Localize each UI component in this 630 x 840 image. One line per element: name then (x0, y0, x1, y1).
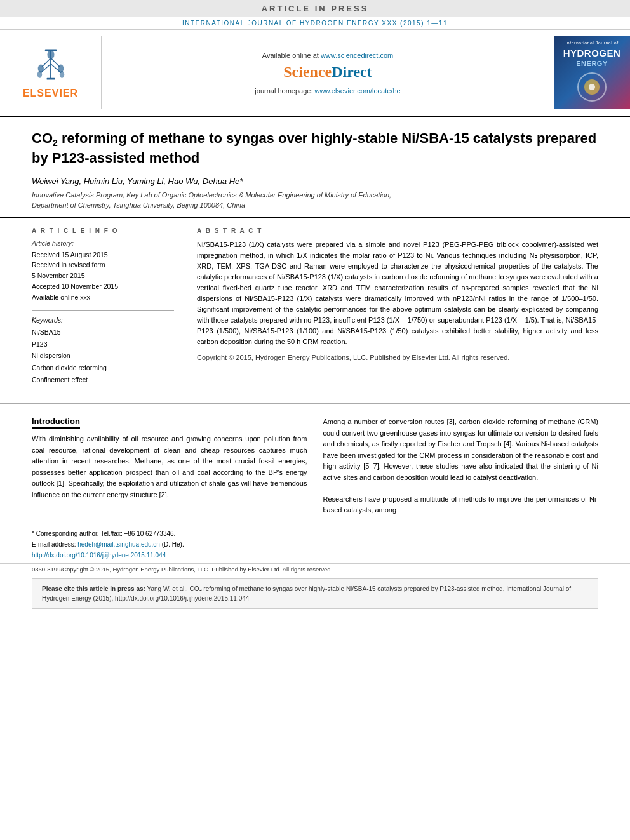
keywords-list: Ni/SBA15 P123 Ni dispersion Carbon dioxi… (32, 326, 174, 386)
revised-date: 5 November 2015 (32, 270, 174, 281)
elsevier-logo-area: ELSEVIER (0, 36, 102, 109)
article-history-group: Article history: Received 15 August 2015… (32, 239, 174, 303)
article-main-title: CO2 reforming of methane to syngas over … (32, 130, 598, 167)
article-in-press-banner: ARTICLE IN PRESS (0, 0, 630, 17)
copyright-bar: 0360-3199/Copyright © 2015, Hydrogen Ene… (0, 563, 630, 575)
email-footnote: E-mail address: hedeh@mail.tsinghua.edu.… (32, 539, 598, 550)
svg-point-14 (589, 84, 595, 90)
authors-line: Weiwei Yang, Huimin Liu, Yuming Li, Hao … (32, 177, 598, 186)
accepted-date: Accepted 10 November 2015 (32, 281, 174, 292)
abstract-text: Ni/SBA15-P123 (1/X) catalysts were prepa… (197, 239, 598, 364)
keywords-label: Keywords: (32, 316, 174, 324)
top-header: ELSEVIER Available online at www.science… (0, 30, 630, 117)
introduction-text-right2: Researchers have proposed a multitude of… (323, 494, 599, 516)
doi-link[interactable]: http://dx.doi.org/10.1016/j.ijhydene.201… (32, 552, 166, 559)
corresponding-footnote: * Corresponding author. Tel./fax: +86 10… (32, 528, 598, 539)
divider (32, 310, 174, 311)
abstract-label: A B S T R A C T (197, 227, 598, 234)
two-column-section: A R T I C L E I N F O Article history: R… (0, 218, 630, 404)
abstract-copyright: Copyright © 2015, Hydrogen Energy Public… (197, 352, 598, 363)
body-left-column: Introduction With diminishing availabili… (32, 417, 307, 516)
body-content: Introduction With diminishing availabili… (0, 404, 630, 523)
elsevier-tree-icon (29, 46, 73, 84)
article-info-label: A R T I C L E I N F O (32, 227, 174, 234)
introduction-text-left: With diminishing availability of oil res… (32, 434, 307, 501)
direct-logo-part: Direct (332, 63, 372, 80)
affiliation-line: Innovative Catalysis Program, Key Lab of… (32, 190, 598, 211)
journal-header-line: INTERNATIONAL JOURNAL OF HYDROGEN ENERGY… (0, 17, 630, 30)
keyword-3: Ni dispersion (32, 350, 174, 362)
sciencedirect-url-link[interactable]: www.sciencedirect.com (321, 51, 393, 59)
doi-footnote: http://dx.doi.org/10.1016/j.ijhydene.201… (32, 550, 598, 561)
journal-homepage-link[interactable]: www.elsevier.com/locate/he (315, 87, 401, 95)
introduction-text-right1: Among a number of conversion routes [3],… (323, 417, 599, 484)
svg-point-10 (59, 71, 64, 78)
available-online: Available online xxx (32, 292, 174, 303)
sciencedirect-logo: ScienceDirect (283, 63, 372, 81)
email-link[interactable]: hedeh@mail.tsinghua.edu.cn (77, 541, 160, 548)
science-logo-part: Science (283, 63, 332, 80)
cover-decorative-icon (573, 68, 611, 106)
available-online-text: Available online at www.sciencedirect.co… (262, 51, 393, 59)
svg-point-9 (37, 71, 41, 78)
received-date: Received 15 August 2015 (32, 250, 174, 260)
keyword-1: Ni/SBA15 (32, 326, 174, 338)
svg-rect-11 (46, 78, 55, 80)
journal-center: Available online at www.sciencedirect.co… (102, 36, 554, 109)
cover-title: International Journal of HYDROGEN ENERGY (563, 39, 621, 68)
keywords-group: Keywords: Ni/SBA15 P123 Ni dispersion Ca… (32, 316, 174, 386)
abstract-column: A B S T R A C T Ni/SBA15-P123 (1/X) cata… (197, 227, 598, 394)
article-info-column: A R T I C L E I N F O Article history: R… (32, 227, 184, 394)
revised-label: Received in revised form (32, 260, 174, 270)
keyword-2: P123 (32, 338, 174, 350)
citation-box: Please cite this article in press as: Ya… (32, 578, 598, 609)
history-label: Article history: (32, 239, 174, 247)
keyword-5: Confinement effect (32, 374, 174, 386)
article-title-area: CO2 reforming of methane to syngas over … (0, 117, 630, 217)
body-right-column: Among a number of conversion routes [3],… (323, 417, 599, 516)
introduction-title: Introduction (32, 417, 80, 429)
svg-point-6 (47, 50, 54, 60)
footer-notes: * Corresponding author. Tel./fax: +86 10… (0, 523, 630, 563)
journal-homepage-text: journal homepage: www.elsevier.com/locat… (255, 87, 400, 95)
hydrogen-energy-cover: International Journal of HYDROGEN ENERGY (554, 36, 630, 109)
elsevier-label: ELSEVIER (23, 88, 78, 99)
please-cite-label: Please cite this article in press as: (42, 585, 145, 592)
keyword-4: Carbon dioxide reforming (32, 362, 174, 374)
